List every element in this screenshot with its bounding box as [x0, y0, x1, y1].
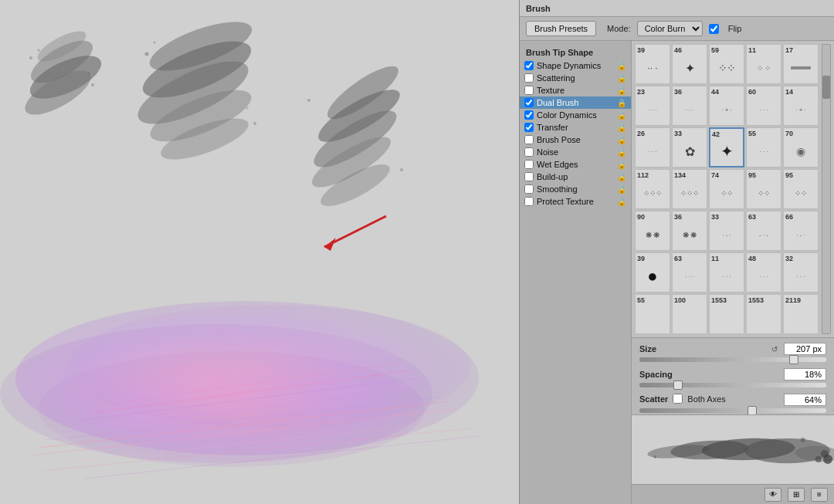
- brush-cell-46[interactable]: 46 ✦: [672, 44, 707, 84]
- brush-presets-button[interactable]: Brush Presets: [526, 21, 596, 36]
- menu-icon: ≡: [817, 490, 822, 499]
- brush-cell-63a[interactable]: 63 - · -: [746, 211, 781, 251]
- svg-point-8: [88, 73, 90, 75]
- brush-cell-42[interactable]: 42 ✦: [709, 127, 744, 167]
- transfer-label: Transfer: [537, 123, 568, 132]
- option-color-dynamics[interactable]: Color Dynamics 🔒: [520, 109, 631, 121]
- option-texture[interactable]: Texture 🔒: [520, 84, 631, 96]
- buildup-checkbox[interactable]: [524, 172, 534, 181]
- right-panel: 39 ·· · 46 ✦ 59 ⁘⁘ 11 ⁘ ⁘: [632, 41, 834, 504]
- brush-cell-33b[interactable]: 33 · - ·: [709, 211, 744, 251]
- size-value[interactable]: 207 px: [784, 343, 826, 355]
- brush-cell-1553b[interactable]: 1553: [746, 294, 781, 334]
- size-slider-thumb[interactable]: [789, 355, 798, 364]
- brush-cell-1553a[interactable]: 1553: [709, 294, 744, 334]
- scattering-checkbox[interactable]: [524, 73, 534, 83]
- protect-texture-checkbox[interactable]: [524, 197, 534, 206]
- size-reset-icon[interactable]: ↺: [771, 345, 778, 353]
- scatter-slider-track[interactable]: [639, 408, 826, 413]
- brush-preview-area: [632, 414, 834, 484]
- menu-button[interactable]: ≡: [811, 488, 828, 502]
- brush-cell-39[interactable]: 39 ·· ·: [635, 44, 670, 84]
- brush-cell-55b[interactable]: 55: [635, 294, 670, 334]
- brush-cell-70[interactable]: 70 ◉: [783, 127, 819, 167]
- brush-cell-36b[interactable]: 36 ❋ ❋: [672, 211, 707, 251]
- brush-grid-container: 39 ·· · 46 ✦ 59 ⁘⁘ 11 ⁘ ⁘: [632, 41, 834, 338]
- size-slider-track[interactable]: [639, 357, 826, 362]
- brush-cell-134[interactable]: 134 ⁘⁘⁘: [672, 169, 707, 209]
- brush-cell-48[interactable]: 48 · · ·: [746, 252, 781, 293]
- brush-cell-11b[interactable]: 11 · · ·: [709, 252, 744, 293]
- svg-point-53: [823, 455, 832, 464]
- brush-cell-39b[interactable]: 39 ●: [635, 252, 670, 293]
- brush-cell-33[interactable]: 33 ✿: [672, 127, 707, 167]
- svg-point-6: [38, 49, 40, 52]
- brush-cell-11[interactable]: 11 ⁘ ⁘: [746, 44, 781, 84]
- noise-checkbox[interactable]: [524, 147, 534, 157]
- option-brush-pose[interactable]: Brush Pose 🔒: [520, 134, 631, 146]
- eye-button[interactable]: 👁: [764, 488, 781, 502]
- option-buildup[interactable]: Build-up 🔒: [520, 171, 631, 183]
- spacing-slider-thumb[interactable]: [673, 381, 683, 390]
- flip-checkbox[interactable]: [709, 24, 719, 34]
- option-dual-brush[interactable]: Dual Brush 🔒: [520, 96, 631, 109]
- size-label: Size: [639, 344, 656, 353]
- noise-lock: 🔒: [617, 148, 626, 157]
- canvas-area[interactable]: [0, 0, 519, 504]
- brush-cell-32[interactable]: 32 · · ·: [783, 252, 819, 293]
- brush-pose-checkbox[interactable]: [524, 135, 534, 144]
- brush-pose-lock: 🔒: [617, 136, 626, 144]
- brush-cell-90[interactable]: 90 ❋ ❋: [635, 211, 670, 251]
- option-scattering[interactable]: Scattering 🔒: [520, 72, 631, 84]
- grid-button[interactable]: ⊞: [788, 488, 805, 502]
- option-protect-texture[interactable]: Protect Texture 🔒: [520, 195, 631, 208]
- brush-cell-2119[interactable]: 2119: [783, 294, 819, 334]
- brush-cell-95b[interactable]: 95 ⁘⁘: [783, 169, 819, 209]
- wet-edges-checkbox[interactable]: [524, 160, 534, 169]
- protect-texture-lock: 🔒: [617, 198, 626, 206]
- brush-cell-60[interactable]: 60 · · ·: [746, 86, 781, 126]
- brush-cell-74[interactable]: 74 ⁘⁘: [709, 169, 744, 209]
- scatter-value[interactable]: 64%: [784, 394, 826, 406]
- scatter-label: Scatter: [639, 394, 668, 404]
- transfer-checkbox[interactable]: [524, 123, 534, 132]
- brush-cell-95a[interactable]: 95 ⁘⁘: [746, 169, 781, 209]
- brush-cell-59[interactable]: 59 ⁘⁘: [709, 44, 744, 84]
- smoothing-lock: 🔒: [617, 185, 626, 194]
- brush-cell-55a[interactable]: 55 · · ·: [746, 127, 781, 167]
- option-transfer[interactable]: Transfer 🔒: [520, 121, 631, 134]
- dual-brush-checkbox[interactable]: [524, 98, 534, 107]
- buildup-lock: 🔒: [617, 173, 626, 181]
- color-dynamics-checkbox[interactable]: [524, 110, 534, 120]
- smoothing-checkbox[interactable]: [524, 184, 534, 194]
- panel-title-bar: Brush: [520, 0, 834, 17]
- option-wet-edges[interactable]: Wet Edges 🔒: [520, 158, 631, 171]
- mode-select[interactable]: Color Burn Normal Multiply Screen Overla…: [637, 21, 703, 36]
- brush-cell-14[interactable]: 14 · + ·: [783, 86, 819, 126]
- scatter-slider-thumb[interactable]: [748, 406, 757, 414]
- shape-dynamics-checkbox[interactable]: [524, 61, 534, 70]
- brush-cell-23[interactable]: 23 · · ·: [635, 86, 670, 126]
- texture-checkbox[interactable]: [524, 86, 534, 95]
- spacing-value[interactable]: 18%: [784, 368, 826, 381]
- brush-cell-100[interactable]: 100: [672, 294, 707, 334]
- wet-edges-lock: 🔒: [617, 161, 626, 169]
- option-smoothing[interactable]: Smoothing 🔒: [520, 183, 631, 195]
- option-shape-dynamics[interactable]: Shape Dynamics 🔒: [520, 59, 631, 72]
- spacing-slider-track[interactable]: [639, 383, 826, 387]
- brush-grid-scrollbar-thumb[interactable]: [822, 76, 830, 99]
- svg-point-50: [801, 438, 805, 442]
- brush-grid: 39 ·· · 46 ✦ 59 ⁘⁘ 11 ⁘ ⁘: [635, 44, 819, 334]
- brush-cell-112[interactable]: 112 ⁘⁘⁘: [635, 169, 670, 209]
- brush-cell-44[interactable]: 44 · + ·: [709, 86, 744, 126]
- brush-cell-17[interactable]: 17: [783, 44, 819, 84]
- brush-grid-scrollbar[interactable]: [822, 44, 831, 334]
- brush-cell-66[interactable]: 66 · - ·: [783, 211, 819, 251]
- option-noise[interactable]: Noise 🔒: [520, 146, 631, 158]
- brush-cell-63b[interactable]: 63 · · ·: [672, 252, 707, 293]
- brush-cell-26[interactable]: 26 · · ·: [635, 127, 670, 167]
- brush-cell-36a[interactable]: 36 · · ·: [672, 86, 707, 126]
- svg-point-23: [307, 99, 310, 102]
- scatter-both-axes-checkbox[interactable]: [673, 394, 683, 404]
- spacing-label: Spacing: [639, 370, 673, 379]
